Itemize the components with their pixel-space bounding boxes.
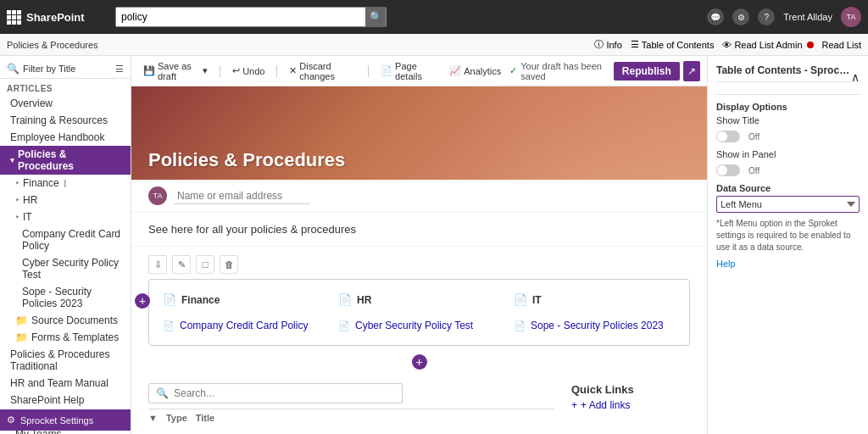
list-view-icon[interactable]: ☰ [115, 64, 124, 75]
sidebar-item-finance[interactable]: ‣ Finance | [0, 175, 131, 192]
show-in-panel-toggle[interactable] [716, 164, 740, 176]
edit-webpart-icon[interactable]: ✎ [172, 255, 191, 274]
search-icon: 🔍 [156, 387, 169, 399]
details-icon: 📄 [381, 65, 392, 76]
panel-note: *Left Menu option in the Sproket setting… [716, 218, 860, 253]
doc-icon: 📄 [514, 320, 526, 331]
sidebar-item-training[interactable]: Training & Resources [0, 112, 131, 129]
sidebar-item-it[interactable]: ‣ IT [0, 209, 131, 225]
move-webpart-icon[interactable]: ⇩ [148, 255, 167, 274]
folder-icon: 📁 [15, 331, 28, 343]
sidebar-item-overview[interactable]: Overview [0, 95, 131, 112]
app-grid-icon[interactable] [7, 10, 21, 25]
right-panel: Table of Contents - Sprocket... ∧ Displa… [707, 56, 868, 434]
data-source-select[interactable]: Left Menu Page Headings [716, 196, 860, 213]
search-input[interactable] [116, 8, 365, 26]
help-link[interactable]: Help [716, 259, 860, 269]
nav-header-finance[interactable]: 📄 Finance [159, 290, 328, 309]
top-right-controls: 💬 ⚙ ? Trent Allday TA [707, 7, 861, 27]
nav-header-it[interactable]: 📄 IT [510, 290, 679, 309]
add-links-button[interactable]: + + Add links [571, 399, 690, 411]
help-icon[interactable]: ? [758, 8, 775, 25]
main-layout: 🔍 Filter by Title ☰ Articles Overview Tr… [0, 56, 868, 434]
settings-icon[interactable]: ⚙ [732, 8, 749, 25]
sidebar-item-policies[interactable]: ▾ Policies & Procedures [0, 146, 131, 175]
quick-links-section: Quick Links + + Add links [571, 383, 690, 411]
user-avatar[interactable]: TA [841, 7, 861, 27]
expand-button[interactable]: ↗ [683, 61, 700, 81]
page-content: Policies & Procedures TA See here for al… [131, 86, 707, 434]
discard-button[interactable]: ✕ Discard changes [284, 58, 361, 84]
collapse-panel-button[interactable]: ∧ [851, 70, 860, 84]
sidebar-item-source-docs[interactable]: 📁 Source Documents [0, 312, 131, 329]
filter-label: Filter by Title [23, 64, 112, 74]
document-search-input[interactable] [174, 387, 395, 399]
sidebar-item-sope-security[interactable]: Sope - Security Policies 2023 [0, 283, 131, 312]
duplicate-webpart-icon[interactable]: □ [196, 255, 214, 274]
undo-button[interactable]: ↩ Undo [227, 63, 270, 79]
table-header: ▼ Type Title [148, 409, 554, 426]
table-of-contents-button[interactable]: ☰ Table of Contents [631, 39, 715, 50]
sprocket-settings-label: Sprocket Settings [20, 415, 93, 426]
add-webpart-bottom-button[interactable]: + [412, 354, 427, 370]
discard-icon: ✕ [289, 65, 297, 76]
data-source-label: Data Source [716, 183, 860, 193]
right-panel-title: Table of Contents - Sprocket... [716, 64, 851, 82]
checkmark-icon: ✓ [509, 65, 517, 76]
chevron-down-icon: ▾ [10, 156, 14, 164]
expand-toggle[interactable]: ▼ [148, 413, 158, 423]
show-in-panel-label: Show in Panel [716, 149, 776, 159]
add-icon: + [571, 399, 577, 411]
read-list-admin-button[interactable]: 👁 Read List Admin [722, 40, 813, 50]
sharepoint-logo[interactable]: SharePoint [7, 10, 108, 25]
add-webpart-left-button[interactable]: + [135, 293, 150, 309]
nav-item-credit-card[interactable]: 📄 Company Credit Card Policy [159, 316, 328, 335]
sprocket-settings-button[interactable]: ⚙ Sprocket Settings [0, 409, 131, 431]
show-in-panel-state: Off [748, 166, 760, 175]
author-name-input[interactable] [174, 188, 309, 204]
sidebar-item-forms[interactable]: 📁 Forms & Templates [0, 329, 131, 346]
search-section: 🔍 ▼ Type Title [148, 383, 554, 426]
cursor-indicator: | [64, 179, 66, 187]
sidebar-item-hr-manual[interactable]: HR and Team Manual [0, 375, 131, 392]
show-title-toggle[interactable] [716, 131, 740, 142]
page-details-button[interactable]: 📄 Page details [376, 58, 441, 84]
nav-item-cyber-security[interactable]: 📄 Cyber Security Policy Test [335, 316, 504, 335]
delete-webpart-icon[interactable]: 🗑 [220, 255, 238, 274]
analytics-button[interactable]: 📈 Analytics [444, 63, 506, 79]
sidebar-item-sharepoint-help[interactable]: SharePoint Help [0, 392, 131, 409]
analytics-icon: 📈 [449, 65, 461, 76]
search-submit-button[interactable]: 🔍 [365, 7, 386, 27]
global-search-bar[interactable]: 🔍 [115, 7, 387, 27]
app-name: SharePoint [26, 11, 85, 24]
chevron-right-icon: ‣ [15, 196, 19, 204]
chevron-right-icon: ‣ [15, 213, 19, 221]
show-title-row: Show Title [716, 115, 860, 125]
sidebar-item-hr[interactable]: ‣ HR [0, 192, 131, 209]
hero-banner: Policies & Procedures [131, 86, 707, 180]
sidebar-item-credit-card[interactable]: Company Credit Card Policy [0, 225, 131, 254]
author-row: TA [131, 180, 707, 213]
sidebar-item-traditional[interactable]: Policies & Procedures Traditional [0, 346, 131, 375]
doc-icon: 📄 [163, 320, 175, 331]
doc-icon: 📄 [338, 320, 350, 331]
sidebar-item-employee-handbook[interactable]: Employee Handbook [0, 129, 131, 146]
show-title-label: Show Title [716, 115, 760, 125]
nav-header-hr[interactable]: 📄 HR [335, 290, 504, 309]
republish-button[interactable]: Republish [614, 62, 680, 81]
title-column-header: Title [196, 413, 214, 423]
doc-icon: 📄 [163, 293, 176, 306]
breadcrumb: Policies & Procedures [7, 40, 98, 50]
nav-item-sope-security[interactable]: 📄 Sope - Security Policies 2023 [510, 316, 679, 335]
chevron-right-icon: ‣ [15, 179, 19, 187]
sprocket-icon: ⚙ [7, 415, 15, 426]
info-button[interactable]: ⓘ Info [594, 38, 621, 51]
quick-links-title: Quick Links [571, 383, 690, 396]
read-list-button[interactable]: Read List [822, 40, 861, 50]
document-search-box[interactable]: 🔍 [148, 383, 403, 403]
left-sidebar: 🔍 Filter by Title ☰ Articles Overview Tr… [0, 56, 131, 434]
save-draft-button[interactable]: 💾 Save as draft ▾ [138, 58, 213, 84]
chat-icon[interactable]: 💬 [707, 8, 724, 25]
folder-icon: 📁 [15, 314, 28, 326]
sidebar-item-cyber-security[interactable]: Cyber Security Policy Test [0, 254, 131, 283]
